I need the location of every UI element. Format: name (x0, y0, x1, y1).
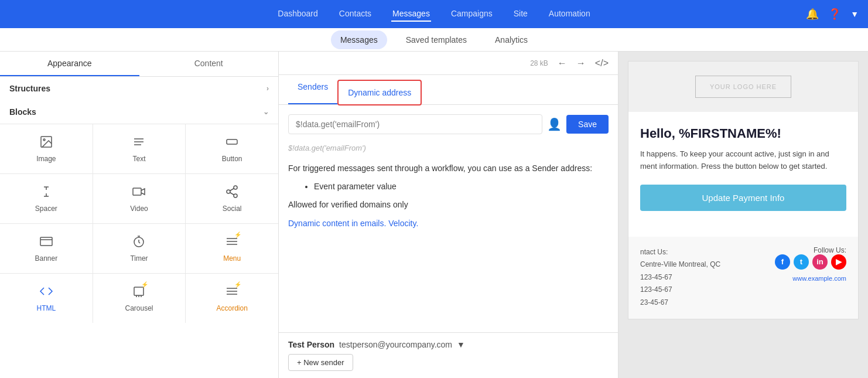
footer-phone3: 23-45-67 (640, 297, 720, 309)
block-video-label: Video (130, 205, 148, 213)
senders-body: 👤 Save $!data.get('emailFrom') For trigg… (279, 105, 618, 332)
nav-site[interactable]: Site (512, 6, 529, 22)
size-label: 28 kB (530, 59, 548, 67)
svg-line-14 (230, 193, 234, 195)
youtube-icon[interactable]: ▶ (831, 254, 846, 270)
footer-phone1: 123-45-67 (640, 271, 720, 284)
block-image[interactable]: Image (0, 124, 93, 173)
left-panel: Appearance Content Structures › Blocks ⌄ (0, 52, 279, 378)
email-greeting: Hello, %FIRSTNAME%! (640, 126, 846, 141)
nav-automation[interactable]: Automation (548, 6, 592, 22)
tab-content[interactable]: Content (139, 52, 279, 76)
carousel-icon: ⚡ (132, 284, 146, 301)
blocks-header[interactable]: Blocks ⌄ (0, 100, 278, 124)
blocks-grid: Image Text (0, 124, 278, 323)
test-person-dropdown[interactable]: ▼ (457, 340, 465, 349)
email-body: Hello, %FIRSTNAME%! It happens. To keep … (628, 112, 858, 237)
sender-input-row: 👤 Save (288, 114, 609, 134)
block-banner-label: Banner (35, 254, 57, 263)
toolbar-icons: ← → </> (555, 56, 611, 71)
svg-rect-16 (40, 237, 52, 246)
svg-point-11 (234, 186, 237, 189)
test-person-email: testperson@yourcompany.com (339, 340, 452, 349)
facebook-icon[interactable]: f (775, 254, 790, 270)
image-icon (39, 135, 53, 151)
update-payment-button[interactable]: Update Payment Info (640, 185, 846, 211)
left-panel-content: Structures › Blocks ⌄ (0, 77, 278, 378)
accordion-icon: ⚡ (225, 284, 239, 301)
svg-point-12 (227, 190, 230, 193)
blocks-label: Blocks (9, 107, 36, 117)
dynamic-content-link[interactable]: Dynamic content in emails. Velocity. (288, 219, 418, 228)
sub-tab-analytics[interactable]: Analytics (486, 30, 537, 49)
timer-icon (132, 234, 146, 251)
spacer-icon (39, 185, 53, 201)
bullet-event-parameter: Event parameter value (314, 182, 609, 191)
block-button[interactable]: Button (186, 124, 278, 173)
block-button-label: Button (222, 155, 242, 163)
svg-line-15 (230, 189, 234, 191)
save-button[interactable]: Save (566, 115, 609, 134)
block-video[interactable]: Video (93, 174, 186, 223)
block-spacer-label: Spacer (35, 205, 57, 213)
bell-icon[interactable]: 🔔 (806, 8, 819, 21)
sender-email-input[interactable] (288, 114, 542, 134)
block-html[interactable]: HTML (0, 274, 93, 323)
block-carousel[interactable]: ⚡ Carousel (93, 274, 186, 323)
footer-right: Follow Us: f t in ▶ www.example.com (775, 246, 846, 309)
text-icon (132, 135, 146, 151)
sub-tab-saved-templates[interactable]: Saved templates (397, 30, 476, 49)
nav-links: Dashboard Contacts Messages Campaigns Si… (276, 6, 591, 22)
code-editor-button[interactable]: </> (593, 56, 611, 71)
center-top-bar: 28 kB ← → </> (279, 52, 618, 75)
center-panel: 28 kB ← → </> Senders Dynamic address 👤 … (279, 52, 618, 378)
account-dropdown-icon[interactable]: ▼ (850, 9, 859, 19)
svg-rect-5 (227, 139, 237, 144)
left-panel-tabs: Appearance Content (0, 52, 278, 77)
tab-dynamic-address[interactable]: Dynamic address (337, 80, 422, 105)
undo-button[interactable]: ← (555, 56, 569, 71)
sub-tab-messages[interactable]: Messages (331, 30, 387, 49)
block-social[interactable]: Social (186, 174, 278, 223)
website-link[interactable]: www.example.com (792, 275, 846, 282)
main-layout: Appearance Content Structures › Blocks ⌄ (0, 52, 868, 378)
button-icon (225, 135, 239, 151)
blocks-chevron-icon: ⌄ (263, 108, 269, 116)
block-social-label: Social (223, 205, 242, 213)
redo-button[interactable]: → (574, 56, 588, 71)
block-text-label: Text (132, 155, 145, 163)
block-menu-label: Menu (223, 254, 241, 263)
block-timer-label: Timer (130, 254, 148, 263)
test-person-row: Test Person testperson@yourcompany.com ▼ (288, 340, 609, 349)
sub-nav: Messages Saved templates Analytics (0, 28, 868, 52)
nav-right: 🔔 ❓ ▼ (806, 8, 859, 21)
instagram-icon[interactable]: in (812, 254, 828, 270)
email-body-text: It happens. To keep your account active,… (640, 148, 846, 173)
block-accordion[interactable]: ⚡ Accordion (186, 274, 278, 323)
social-icon (225, 185, 239, 201)
nav-campaigns[interactable]: Campaigns (450, 6, 494, 22)
structures-label: Structures (9, 84, 50, 93)
footer-phone2: 123-45-67 (640, 284, 720, 297)
block-banner[interactable]: Banner (0, 224, 93, 273)
top-nav: Dashboard Contacts Messages Campaigns Si… (0, 0, 868, 28)
structures-header[interactable]: Structures › (0, 77, 278, 100)
menu-icon: ⚡ (225, 234, 239, 251)
tab-appearance[interactable]: Appearance (0, 52, 139, 76)
nav-contacts[interactable]: Contacts (338, 6, 373, 22)
tab-senders[interactable]: Senders (288, 75, 337, 104)
banner-icon (39, 234, 53, 251)
block-menu[interactable]: ⚡ Menu (186, 224, 278, 273)
block-carousel-label: Carousel (125, 304, 153, 312)
twitter-icon[interactable]: t (794, 254, 809, 270)
help-icon[interactable]: ❓ (828, 8, 841, 21)
block-text[interactable]: Text (93, 124, 186, 173)
block-spacer[interactable]: Spacer (0, 174, 93, 223)
nav-dashboard[interactable]: Dashboard (276, 6, 319, 22)
nav-messages[interactable]: Messages (391, 6, 431, 22)
new-sender-button[interactable]: + New sender (288, 354, 353, 371)
block-timer[interactable]: Timer (93, 224, 186, 273)
footer-address: Centre-Ville Montreal, QC (640, 258, 720, 271)
svg-rect-10 (133, 188, 141, 195)
sender-bottom: Test Person testperson@yourcompany.com ▼… (279, 332, 618, 378)
